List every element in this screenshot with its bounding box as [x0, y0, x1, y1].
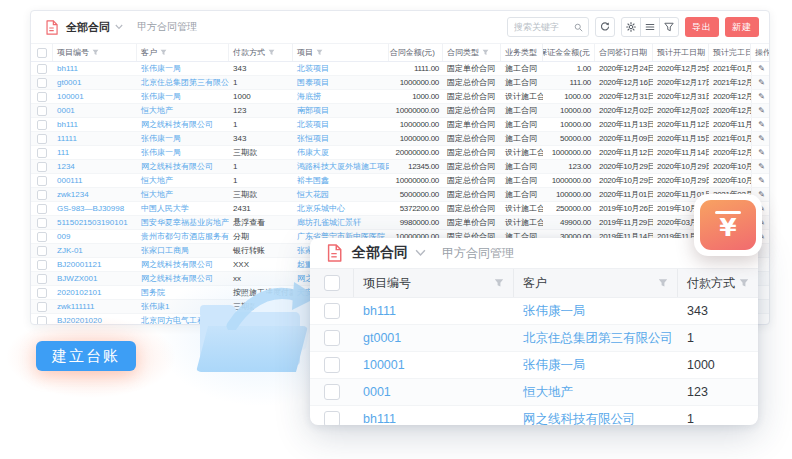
cell-code[interactable]: bh111	[53, 64, 137, 73]
cell-code[interactable]: bh111	[354, 304, 514, 318]
select-all-checkbox[interactable]	[31, 44, 53, 61]
cell-code[interactable]: 0001	[53, 106, 137, 115]
cell-customer[interactable]: 张伟康一局	[137, 63, 229, 74]
cell-project[interactable]: 裕丰国鑫	[293, 175, 389, 186]
row-checkbox[interactable]	[31, 120, 53, 130]
cell-code[interactable]: BJ20201020	[53, 316, 137, 325]
filter-button[interactable]	[659, 17, 679, 37]
cell-customer[interactable]: 网之线科技有限公司	[137, 119, 229, 130]
cell-customer[interactable]: 恒大地产	[137, 189, 229, 200]
cell-project[interactable]: 北京乐城中心	[293, 203, 389, 214]
row-checkbox[interactable]	[31, 64, 53, 74]
edit-icon[interactable]: ✎	[758, 177, 765, 185]
edit-icon[interactable]: ✎	[758, 163, 765, 171]
cell-code[interactable]: 100001	[53, 92, 137, 101]
cell-code[interactable]: zwk111111	[53, 302, 137, 311]
row-checkbox[interactable]	[31, 92, 53, 102]
row-checkbox[interactable]	[31, 260, 53, 270]
chevron-down-icon[interactable]	[415, 249, 426, 257]
filter-funnel-icon[interactable]	[160, 49, 167, 56]
cell-code[interactable]: BJWZX001	[53, 274, 137, 283]
columns-button[interactable]	[640, 17, 660, 37]
create-ledger-button[interactable]: 建立台账	[36, 341, 136, 371]
edit-icon[interactable]: ✎	[758, 107, 765, 115]
edit-icon[interactable]: ✎	[758, 79, 765, 87]
cell-code[interactable]: gt0001	[354, 331, 514, 345]
cell-code[interactable]: 11111	[53, 134, 137, 143]
row-checkbox[interactable]	[310, 357, 354, 373]
settings-button[interactable]	[621, 17, 641, 37]
chevron-down-icon[interactable]	[115, 24, 123, 30]
row-checkbox[interactable]	[31, 246, 53, 256]
cell-code[interactable]: 000111	[53, 176, 137, 185]
cell-code[interactable]: 1234	[53, 162, 137, 171]
filter-funnel-icon[interactable]	[739, 278, 749, 288]
cell-customer[interactable]: 网之线科技有限公司	[137, 259, 229, 270]
cell-code[interactable]: zwk1234	[53, 190, 137, 199]
export-button[interactable]: 导出	[685, 17, 719, 37]
cell-customer[interactable]: 张伟康一局	[137, 91, 229, 102]
cell-project[interactable]: 北装项目	[293, 119, 389, 130]
cell-customer[interactable]: 北京住总集团第三有限公司	[137, 77, 229, 88]
cell-code[interactable]: ZJK-01	[53, 246, 137, 255]
cell-code[interactable]: 009	[53, 232, 137, 241]
cell-project[interactable]: 伟康大厦	[293, 147, 389, 158]
search-input[interactable]	[508, 22, 574, 32]
cell-code[interactable]: 5115021503190101	[53, 218, 137, 227]
filter-funnel-icon[interactable]	[494, 278, 504, 288]
row-checkbox[interactable]	[31, 232, 53, 242]
filter-funnel-icon[interactable]	[658, 278, 668, 288]
cell-code[interactable]: gt0001	[53, 78, 137, 87]
cell-code[interactable]: GS-983—BJ30998	[53, 204, 137, 213]
row-checkbox[interactable]	[31, 106, 53, 116]
cell-customer[interactable]: 网之线科技有限公司	[137, 161, 229, 172]
cell-customer[interactable]: 国安华夏幸福基业房地产...	[137, 217, 229, 228]
cell-project[interactable]: 海底捞	[293, 91, 389, 102]
refresh-button[interactable]	[595, 17, 615, 37]
edit-icon[interactable]: ✎	[758, 149, 765, 157]
cell-customer[interactable]: 中国人民大学	[137, 203, 229, 214]
edit-icon[interactable]: ✎	[758, 65, 765, 73]
row-checkbox[interactable]	[31, 274, 53, 284]
cell-project[interactable]: 国泰项目	[293, 77, 389, 88]
select-all-checkbox[interactable]	[310, 269, 354, 297]
row-checkbox[interactable]	[31, 134, 53, 144]
filter-funnel-icon[interactable]	[268, 49, 275, 56]
cell-code[interactable]: bh111	[354, 412, 514, 425]
cell-code[interactable]: 2020102101	[53, 288, 137, 297]
cell-customer[interactable]: 张家口工商局	[137, 245, 229, 256]
cell-project[interactable]: 鸿路科技大厦外墙施工项目	[293, 161, 389, 172]
cell-code[interactable]: bh111	[53, 120, 137, 129]
cell-project[interactable]: 张恒项目	[293, 133, 389, 144]
row-checkbox[interactable]	[31, 78, 53, 88]
row-checkbox[interactable]	[31, 176, 53, 186]
edit-icon[interactable]: ✎	[758, 191, 765, 199]
cell-customer[interactable]: 贵州市都匀市酒店服务有...	[137, 231, 229, 242]
cell-customer[interactable]: 恒大地产	[137, 105, 229, 116]
row-checkbox[interactable]	[31, 218, 53, 228]
row-checkbox[interactable]	[31, 302, 53, 312]
cell-customer[interactable]: 北京住总集团第三有限公司	[514, 330, 678, 347]
filter-funnel-icon[interactable]	[482, 49, 489, 56]
row-checkbox[interactable]	[31, 204, 53, 214]
filter-funnel-icon[interactable]	[92, 49, 99, 56]
create-button[interactable]: 新建	[725, 17, 759, 37]
cell-project[interactable]: 恒大花园	[293, 189, 389, 200]
cell-customer[interactable]: 张伟康一局	[137, 133, 229, 144]
edit-icon[interactable]: ✎	[758, 93, 765, 101]
cell-code[interactable]: 100001	[354, 358, 514, 372]
row-checkbox[interactable]	[310, 411, 354, 425]
edit-icon[interactable]: ✎	[758, 121, 765, 129]
row-checkbox[interactable]	[31, 288, 53, 298]
row-checkbox[interactable]	[31, 316, 53, 326]
row-checkbox[interactable]	[31, 190, 53, 200]
filter-funnel-icon[interactable]	[316, 49, 323, 56]
row-checkbox[interactable]	[310, 330, 354, 346]
cell-code[interactable]: BJ20001121	[53, 260, 137, 269]
cell-code[interactable]: 0001	[354, 385, 514, 399]
cell-project[interactable]: 南部项目	[293, 105, 389, 116]
cell-customer[interactable]: 网之线科技有限公司	[514, 411, 678, 426]
cell-customer[interactable]: 张伟康一局	[514, 303, 678, 320]
cell-customer[interactable]: 网之线科技有限公司	[137, 273, 229, 284]
cell-project[interactable]: 北装项目	[293, 63, 389, 74]
